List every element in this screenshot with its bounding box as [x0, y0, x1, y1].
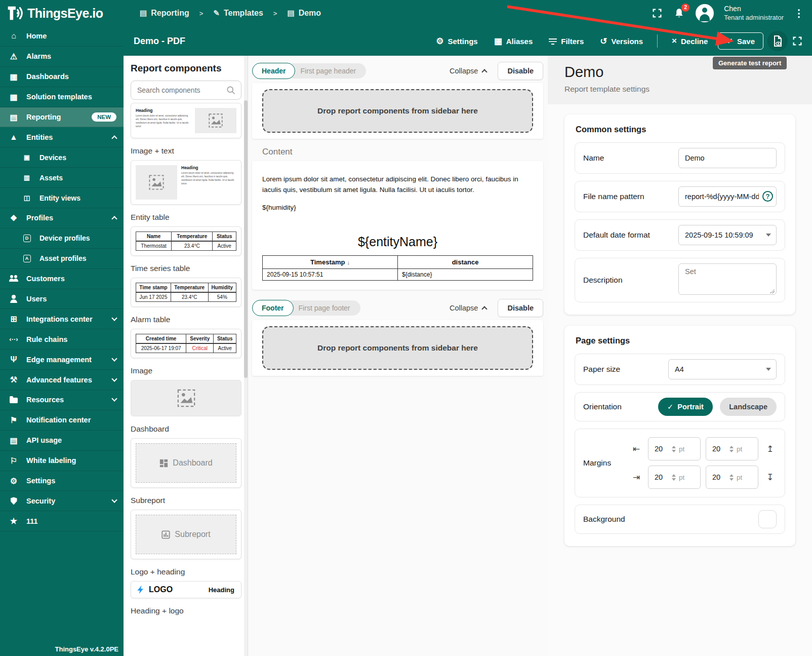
white-labeling-icon: ⚐ — [8, 456, 19, 466]
sidebar-item-integrations-center[interactable]: ⊞Integrations center — [0, 309, 124, 329]
rule-chains-icon: ‹··› — [8, 335, 19, 343]
resize-handle[interactable] — [770, 289, 775, 293]
portrait-toggle[interactable]: ✓Portrait — [658, 398, 713, 416]
help-icon[interactable]: ? — [762, 191, 773, 202]
sidebar-item-security[interactable]: Security — [0, 491, 124, 511]
chevron-down-icon — [111, 356, 117, 361]
header-disable-button[interactable]: Disable — [498, 62, 543, 80]
spinner-arrows-icon[interactable] — [672, 474, 676, 481]
date-format-select[interactable]: 2025-09-15 10:59:09 — [678, 225, 777, 245]
section-label-image: Image — [131, 366, 241, 375]
content-table-col-timestamp[interactable]: Timestamp↓ — [263, 255, 398, 268]
sidebar-item-users[interactable]: Users — [0, 289, 124, 310]
spinner-arrows-icon[interactable] — [729, 474, 734, 481]
component-image[interactable] — [131, 380, 241, 416]
sidebar-item-assets[interactable]: ▥Assets — [0, 168, 124, 188]
landscape-toggle[interactable]: Landscape — [720, 398, 777, 416]
expand-editor-button[interactable] — [792, 35, 803, 47]
section-label-heading-logo: Heading + logo — [131, 606, 241, 615]
save-button[interactable]: ✓ Save — [718, 32, 763, 50]
more-menu-button[interactable]: ⋮ — [794, 7, 804, 19]
avatar[interactable] — [696, 4, 714, 22]
component-text-image[interactable]: Heading Lorem ipsum dolor sit amet, cons… — [131, 103, 241, 138]
chevron-up-icon — [482, 69, 488, 74]
name-input[interactable] — [678, 148, 777, 168]
sidebar-item-devices[interactable]: ▣Devices — [0, 147, 124, 168]
spinner-arrows-icon[interactable] — [729, 446, 734, 452]
margin-left-icon: ⇤ — [630, 444, 643, 454]
settings-button[interactable]: ⚙ Settings — [430, 32, 483, 51]
sidebar-item-entity-views[interactable]: ◫Entity views — [0, 188, 124, 208]
chevron-down-icon — [111, 396, 117, 402]
file-name-pattern-input[interactable] — [678, 186, 777, 207]
sidebar-item-edge-management[interactable]: ΨEdge management — [0, 350, 124, 370]
aliases-button[interactable]: ▦ Aliases — [488, 32, 539, 51]
component-image-text[interactable]: Heading Lorem ipsum dolor sit amet, cons… — [131, 160, 241, 205]
first-page-footer-chip[interactable]: First page footer — [283, 300, 360, 316]
margin-input-4[interactable]: pt — [706, 466, 758, 489]
component-logo-heading[interactable]: LOGO Heading — [131, 581, 241, 598]
component-subreport[interactable]: Subreport — [131, 510, 241, 559]
sidebar-item-rule-chains[interactable]: ‹··›Rule chains — [0, 329, 124, 350]
breadcrumb-reporting[interactable]: ▤ Reporting — [140, 9, 189, 18]
margin-input-2[interactable]: pt — [706, 437, 758, 460]
first-page-header-chip[interactable]: First page header — [285, 63, 366, 79]
sidebar-item-device-profiles[interactable]: DDevice profiles — [0, 228, 124, 249]
header-dropzone[interactable]: Drop report components from sidebar here — [262, 89, 533, 133]
header-section: Header First page header Collapse Disabl… — [252, 61, 543, 139]
sidebar: ⌂Home ⚠Alarms ▦Dashboards ▩Solution temp… — [0, 26, 124, 656]
gear-icon: ⚙ — [436, 36, 443, 47]
footer-dropzone[interactable]: Drop report components from sidebar here — [262, 326, 533, 370]
margin-input-3[interactable]: pt — [648, 466, 701, 489]
sidebar-item-white-labeling[interactable]: ⚐White labeling — [0, 451, 124, 471]
sidebar-item-home[interactable]: ⌂Home — [0, 26, 124, 47]
sidebar-item-advanced-features[interactable]: ⚒Advanced features — [0, 370, 124, 390]
margin-input-1[interactable]: pt — [648, 437, 701, 460]
sidebar-item-settings[interactable]: ⚙Settings — [0, 471, 124, 491]
header-collapse-button[interactable]: Collapse — [450, 67, 486, 75]
header-chip[interactable]: Header — [252, 63, 295, 79]
app-logo[interactable]: ThingsEye.io — [0, 4, 124, 23]
sidebar-item-asset-profiles[interactable]: AAsset profiles — [0, 249, 124, 269]
sidebar-item-notification-center[interactable]: ⚑Notification center — [0, 410, 124, 431]
sidebar-item-alarms[interactable]: ⚠Alarms — [0, 47, 124, 67]
spinner-arrows-icon[interactable] — [672, 446, 676, 452]
sidebar-item-customers[interactable]: Customers — [0, 269, 124, 289]
component-time-series-table[interactable]: Time stamp Temperature Humidity Jun 17 2… — [131, 278, 241, 307]
background-color-swatch[interactable] — [758, 510, 777, 528]
content-table-col-distance[interactable]: distance — [398, 255, 533, 268]
breadcrumb-demo[interactable]: ▤ Demo — [287, 9, 321, 18]
components-search[interactable] — [131, 81, 241, 100]
sidebar-item-entities[interactable]: ▲Entities — [0, 127, 124, 147]
solution-templates-icon: ▩ — [8, 92, 19, 102]
notifications-button[interactable]: 2 — [673, 7, 685, 20]
components-scrollbar[interactable] — [244, 56, 248, 656]
sidebar-item-reporting[interactable]: ▤ReportingNEW — [0, 107, 124, 128]
sidebar-item-resources[interactable]: Resources — [0, 390, 124, 410]
component-dashboard[interactable]: Dashboard — [131, 438, 241, 488]
fullscreen-button[interactable] — [652, 8, 663, 19]
footer-disable-button[interactable]: Disable — [498, 299, 543, 317]
sidebar-item-profiles[interactable]: ❖Profiles — [0, 208, 124, 228]
decline-button[interactable]: × Decline — [666, 32, 714, 50]
settings-subtitle: Report template settings — [564, 85, 812, 94]
user-info[interactable]: Chen Tenant administrator — [724, 5, 784, 22]
description-textarea[interactable] — [678, 263, 777, 295]
sidebar-item-solution-templates[interactable]: ▩Solution templates — [0, 87, 124, 107]
sidebar-item-111[interactable]: ★111 — [0, 511, 124, 531]
component-entity-table[interactable]: Name Temperature Status Thermostat 23.4°… — [131, 226, 241, 256]
paper-size-select[interactable]: A4 — [668, 359, 777, 379]
sidebar-item-dashboards[interactable]: ▦Dashboards — [0, 67, 124, 87]
breadcrumb-templates[interactable]: ✎ Templates — [213, 9, 263, 18]
footer-collapse-button[interactable]: Collapse — [450, 304, 486, 312]
footer-chip[interactable]: Footer — [252, 300, 294, 316]
filters-button[interactable]: Filters — [543, 33, 590, 50]
component-alarm-table[interactable]: Created time Severity Status 2025-06-17 … — [131, 329, 241, 358]
generate-test-report-button[interactable] — [767, 31, 788, 51]
sidebar-item-api-usage[interactable]: ▤API usage — [0, 431, 124, 451]
search-input[interactable] — [137, 86, 226, 94]
content-canvas[interactable]: Lorem ipsum dolor sit amet, consectetur … — [252, 161, 543, 290]
versions-button[interactable]: ↺ Versions — [594, 32, 649, 51]
sort-down-icon: ↓ — [347, 259, 350, 265]
chevron-down-icon — [111, 497, 117, 503]
